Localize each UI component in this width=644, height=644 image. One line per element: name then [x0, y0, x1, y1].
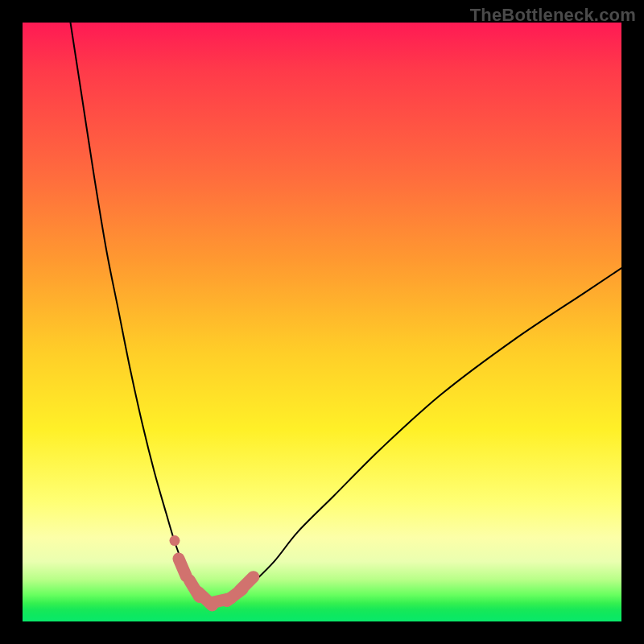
marker-dot [169, 535, 180, 546]
bottleneck-curve [71, 23, 621, 605]
highlight-band [169, 535, 253, 605]
marker-capsule [240, 577, 254, 591]
plot-area [23, 23, 621, 621]
curve-layer [23, 23, 621, 621]
chart-frame: TheBottleneck.com [0, 0, 644, 644]
marker-capsule [179, 559, 186, 576]
